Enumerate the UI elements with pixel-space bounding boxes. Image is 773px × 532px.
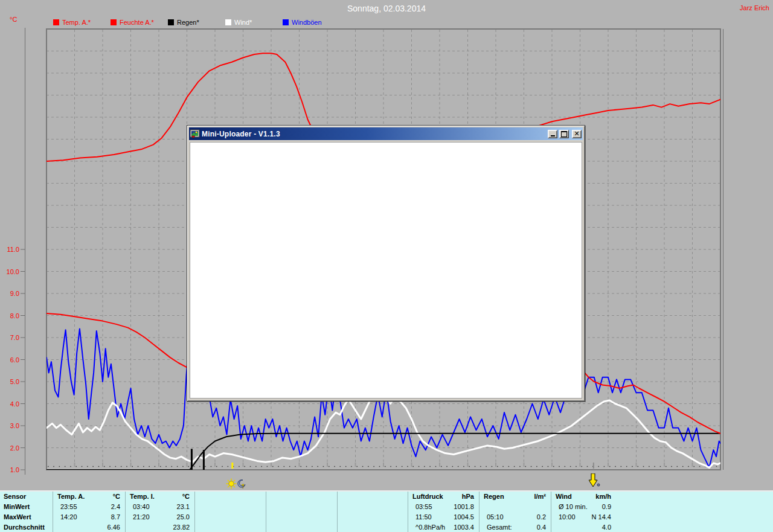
stats-column-header: Regenl/m²: [480, 492, 551, 502]
sensor-stats-table: SensorMinWertMaxWertDurchschnittTemp. A.…: [0, 490, 773, 532]
y-tick-label: 8.0: [10, 312, 19, 319]
y-tick-label: 11.0: [7, 246, 19, 253]
stats-cell: 21:2025.0: [126, 512, 194, 522]
stats-column-empty: [266, 492, 337, 532]
stats-cell: 6.46: [53, 522, 125, 532]
stats-column-header: [195, 492, 266, 502]
stats-row-label: Sensor: [0, 492, 53, 502]
maximize-button[interactable]: [559, 130, 569, 138]
stats-column-wind: Windkm/hØ 10 min.0.910:00N 14.44.0: [551, 492, 616, 532]
stats-cell: [338, 522, 408, 532]
stats-column-luftdruck: LuftdruckhPa03:551001.811:501004.5^0.8hP…: [408, 492, 479, 532]
stats-cell: [338, 502, 408, 512]
stats-cell: [338, 512, 408, 522]
stats-cell: 23.82: [126, 522, 194, 532]
stats-column-tempi: Temp. I.°C03:4023.121:2025.023.82: [125, 492, 194, 532]
moon-icon: [237, 479, 246, 491]
stats-column-header: Temp. A.°C: [53, 492, 125, 502]
y-tick-label: 9.0: [10, 290, 19, 297]
stats-cell: [195, 522, 266, 532]
y-tick-label: 1.0: [10, 466, 19, 473]
stats-row-label: MaxWert: [0, 512, 53, 522]
stats-cell: ^0.8hPa/h1003.4: [408, 522, 479, 532]
stats-cell: [266, 512, 337, 522]
stats-cell: 05:100.2: [480, 512, 551, 522]
stats-cell: [266, 502, 337, 512]
mini-uploader-window[interactable]: Mini-Uploader - V1.1.3 ✕: [187, 125, 585, 402]
y-tick-label: 4.0: [10, 400, 19, 408]
stats-cell: 03:4023.1: [126, 502, 194, 512]
stats-filler: [616, 492, 773, 532]
stats-row-labels: SensorMinWertMaxWertDurchschnitt: [0, 492, 53, 532]
minimize-icon: [551, 135, 555, 136]
window-body: [190, 142, 582, 399]
stats-column-header: [266, 492, 337, 502]
y-tick-label: 2.0: [10, 444, 19, 452]
sunset-arrow-icon: [589, 473, 602, 490]
stats-cell: [195, 502, 266, 512]
stats-cell: [480, 502, 551, 512]
stats-row-label: MinWert: [0, 502, 53, 512]
stats-cell: Ø 10 min.0.9: [551, 502, 616, 512]
stats-column-header: LuftdruckhPa: [408, 492, 479, 502]
minimize-button[interactable]: [548, 130, 557, 138]
stats-cell: [266, 522, 337, 532]
stats-column-tempa: Temp. A.°C23:552.414:208.76.46: [53, 492, 125, 532]
y-tick-label: 3.0: [10, 422, 19, 429]
stats-cell: 23:552.4: [53, 502, 125, 512]
stats-cell: 4.0: [551, 522, 616, 532]
y-tick-label: 6.0: [10, 356, 19, 364]
window-titlebar[interactable]: Mini-Uploader - V1.1.3 ✕: [189, 127, 583, 140]
stats-column-regen: Regenl/m²05:100.2Gesamt:0.4: [479, 492, 551, 532]
stats-column-header: Temp. I.°C: [126, 492, 194, 502]
stats-cell: 10:00N 14.4: [551, 512, 616, 522]
stats-cell: Gesamt:0.4: [480, 522, 551, 532]
close-button[interactable]: ✕: [572, 130, 582, 138]
weather-app: Sonntag, 02.03.2014 Jarz Erich °C Temp. …: [0, 0, 773, 532]
close-icon: ✕: [574, 130, 579, 137]
app-icon: [190, 129, 200, 139]
stats-cell: 14:208.7: [53, 512, 125, 522]
stats-cell: 11:501004.5: [408, 512, 479, 522]
y-tick-label: 10.0: [7, 268, 19, 275]
stats-column-header: [338, 492, 408, 502]
y-tick-label: 5.0: [10, 378, 19, 385]
stats-column-empty: [194, 492, 266, 532]
maximize-icon: [561, 131, 567, 137]
stats-row-label: Durchschnitt: [0, 522, 53, 532]
window-title: Mini-Uploader - V1.1.3: [202, 130, 546, 138]
stats-column-empty: [337, 492, 408, 532]
sun-icon: [226, 478, 237, 492]
stats-cell: [195, 512, 266, 522]
y-tick-label: 7.0: [10, 334, 19, 341]
stats-cell: 03:551001.8: [408, 502, 479, 512]
stats-column-header: Windkm/h: [551, 492, 616, 502]
